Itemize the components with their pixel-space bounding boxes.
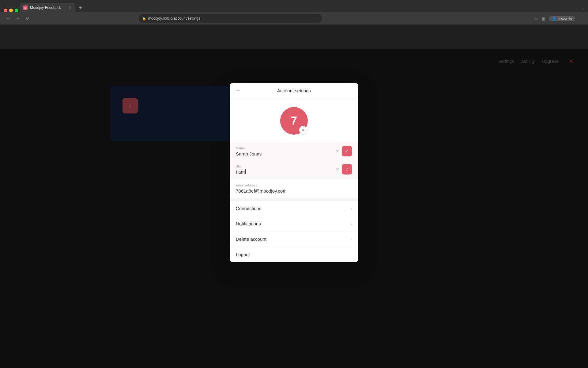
tab-title: Moodjoy Feedback bbox=[30, 6, 66, 10]
avatar-section: 7 ✏ bbox=[230, 98, 358, 142]
extension-icon[interactable]: ▣ bbox=[541, 16, 545, 21]
email-label: Email address bbox=[236, 183, 352, 187]
notifications-label: Notifications bbox=[236, 221, 261, 226]
logout-label: Logout bbox=[236, 252, 250, 257]
tabs-expand-icon[interactable]: ⌄ bbox=[581, 6, 584, 12]
name-confirm-button[interactable]: ✓ bbox=[342, 146, 352, 156]
forward-button[interactable]: → bbox=[15, 16, 21, 21]
bio-field-content: Bio I am bbox=[236, 164, 336, 174]
avatar-edit-button[interactable]: ✏ bbox=[299, 126, 307, 134]
bio-checkmark-icon: ✓ bbox=[345, 167, 349, 172]
tab-close-button[interactable]: × bbox=[69, 6, 71, 10]
delete-account-menu-item[interactable]: Delete account › bbox=[230, 231, 358, 247]
address-bar-right: ☆ ▣ 👤 Incognito ⋮ bbox=[534, 16, 583, 21]
close-traffic-light[interactable] bbox=[4, 9, 7, 12]
delete-account-chevron-icon: › bbox=[351, 237, 352, 242]
incognito-person-icon: 👤 bbox=[552, 17, 556, 21]
address-bar: ← → ↺ 🔒 moodjoy.nolt.io/account/settings… bbox=[0, 12, 588, 25]
notifications-menu-item[interactable]: Notifications › bbox=[230, 216, 358, 231]
email-section: Email address 7861a8ef@moodjoy.com bbox=[230, 178, 358, 198]
name-field-content: Name Sarah Jonas bbox=[236, 146, 336, 156]
maximize-traffic-light[interactable] bbox=[15, 9, 18, 12]
name-value: Sarah Jonas bbox=[236, 151, 336, 156]
bio-confirm-button[interactable]: ✓ bbox=[342, 164, 352, 174]
incognito-badge: 👤 Incognito bbox=[549, 16, 575, 21]
bio-value: I am bbox=[236, 169, 336, 174]
bio-field-row[interactable]: Bio I am ✕ ✓ bbox=[230, 160, 358, 178]
bio-field-actions: ✕ ✓ bbox=[336, 164, 352, 174]
tab-favicon: M bbox=[23, 6, 28, 10]
tab-bar: M Moodjoy Feedback × + ⌄ bbox=[0, 0, 588, 12]
app-background: Settings Activity Upgrade ✕ ↑ ← Account … bbox=[0, 25, 588, 368]
logout-item[interactable]: Logout bbox=[230, 247, 358, 262]
refresh-button[interactable]: ↺ bbox=[24, 16, 31, 21]
checkmark-icon: ✓ bbox=[345, 149, 349, 154]
minimize-traffic-light[interactable] bbox=[9, 9, 13, 12]
connections-menu-item[interactable]: Connections › bbox=[230, 201, 358, 216]
active-tab[interactable]: M Moodjoy Feedback × bbox=[20, 3, 75, 12]
bio-label: Bio bbox=[236, 164, 336, 168]
connections-label: Connections bbox=[236, 206, 261, 211]
url-bar[interactable]: 🔒 moodjoy.nolt.io/account/settings bbox=[138, 14, 322, 23]
name-field-actions: ✕ ✓ bbox=[336, 146, 352, 156]
new-tab-button[interactable]: + bbox=[76, 3, 85, 12]
email-value: 7861a8ef@moodjoy.com bbox=[236, 188, 352, 194]
delete-account-label: Delete account bbox=[236, 236, 266, 242]
back-button[interactable]: ← bbox=[5, 16, 11, 21]
account-settings-modal: ← Account settings 7 ✏ Name Sarah Jonas … bbox=[230, 83, 358, 262]
name-label: Name bbox=[236, 146, 336, 150]
modal-title: Account settings bbox=[244, 88, 352, 93]
bio-text: I am bbox=[236, 169, 245, 174]
modal-back-button[interactable]: ← bbox=[236, 88, 241, 93]
connections-chevron-icon: › bbox=[351, 206, 352, 211]
bookmark-icon[interactable]: ☆ bbox=[534, 16, 538, 21]
notifications-chevron-icon: › bbox=[351, 221, 352, 226]
menu-section: Connections › Notifications › Delete acc… bbox=[230, 198, 358, 247]
pencil-icon: ✏ bbox=[302, 128, 305, 132]
avatar-container: 7 ✏ bbox=[280, 107, 308, 135]
url-text: moodjoy.nolt.io/account/settings bbox=[148, 16, 200, 21]
traffic-lights bbox=[4, 9, 18, 12]
modal-header: ← Account settings bbox=[230, 83, 358, 98]
browser-menu-icon[interactable]: ⋮ bbox=[579, 16, 583, 21]
name-clear-button[interactable]: ✕ bbox=[336, 149, 339, 154]
incognito-label: Incognito bbox=[558, 17, 572, 20]
text-cursor bbox=[245, 169, 246, 174]
lock-icon: 🔒 bbox=[142, 17, 146, 21]
browser-chrome: M Moodjoy Feedback × + ⌄ ← → ↺ 🔒 moodjoy… bbox=[0, 0, 588, 25]
name-field-row[interactable]: Name Sarah Jonas ✕ ✓ bbox=[230, 142, 358, 160]
bio-clear-button[interactable]: ✕ bbox=[336, 167, 339, 172]
